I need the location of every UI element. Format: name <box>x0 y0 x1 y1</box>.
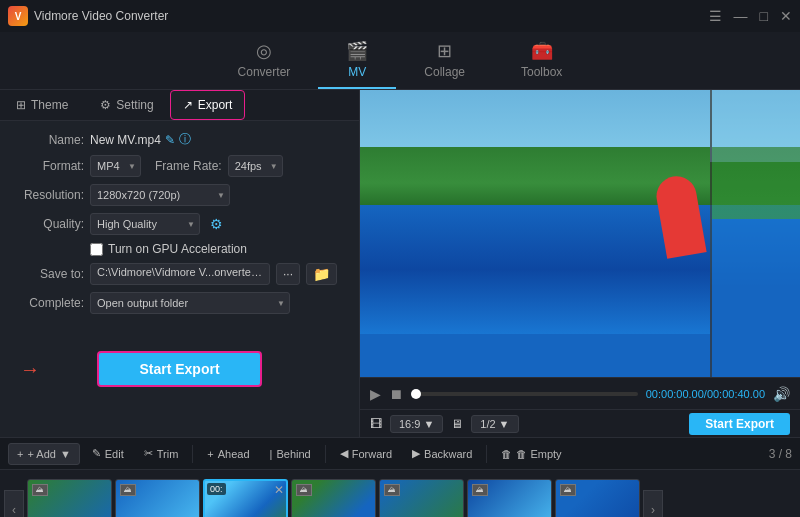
tab-converter-label: Converter <box>238 65 291 79</box>
gpu-row: Turn on GPU Acceleration <box>12 242 347 256</box>
progress-dot <box>411 389 421 399</box>
info-icon[interactable]: ⓘ <box>179 131 191 148</box>
converter-icon: ◎ <box>256 40 272 62</box>
resolution-select[interactable]: 1280x720 (720p) <box>90 184 230 206</box>
left-panel: ⊞ Theme ⚙ Setting ↗ Export Name: New MV.… <box>0 90 360 437</box>
timeline-next-btn[interactable]: › <box>643 490 663 518</box>
scale-chevron-icon: ▼ <box>499 418 510 430</box>
progress-bar[interactable] <box>411 392 638 396</box>
preview-area <box>360 90 800 377</box>
tab-mv[interactable]: 🎬 MV <box>318 32 396 89</box>
subnav-export[interactable]: ↗ Export <box>170 90 246 120</box>
edit-label: Edit <box>105 448 124 460</box>
trim-button[interactable]: ✂ Trim <box>136 443 187 464</box>
title-bar-controls[interactable]: ☰ — □ ✕ <box>709 8 792 24</box>
framerate-select[interactable]: 24fps <box>228 155 283 177</box>
timeline-clip-4[interactable] <box>291 479 376 518</box>
ahead-button[interactable]: + Ahead <box>199 444 257 464</box>
tab-collage[interactable]: ⊞ Collage <box>396 32 493 89</box>
save-path: C:\Vidmore\Vidmore V...onverter\MV Expor… <box>90 263 270 285</box>
framerate-select-wrapper: 24fps <box>228 155 283 177</box>
theme-grid-icon: ⊞ <box>16 98 26 112</box>
minimize-btn[interactable]: — <box>734 8 748 24</box>
format-select-wrapper: MP4 <box>90 155 141 177</box>
clip-3-delete-icon[interactable]: ✕ <box>274 483 284 497</box>
trash-icon: 🗑 <box>501 448 512 460</box>
subnav-setting[interactable]: ⚙ Setting <box>84 90 169 120</box>
collage-icon: ⊞ <box>437 40 452 62</box>
subnav-export-label: Export <box>198 98 233 112</box>
stop-button[interactable]: ⏹ <box>389 386 403 402</box>
quality-select[interactable]: High Quality <box>90 213 200 235</box>
divider-2 <box>325 445 326 463</box>
backward-button[interactable]: ▶ Backward <box>404 443 480 464</box>
volume-icon[interactable]: 🔊 <box>773 386 790 402</box>
close-btn[interactable]: ✕ <box>780 8 792 24</box>
clip-1-thumb-icon <box>32 484 48 496</box>
app-title: Vidmore Video Converter <box>34 9 168 23</box>
quality-gear-icon[interactable]: ⚙ <box>210 216 223 232</box>
clip-6-thumb-icon <box>472 484 488 496</box>
aspect-ratio-label: 16:9 <box>399 418 420 430</box>
timeline-clip-6[interactable] <box>467 479 552 518</box>
complete-row: Complete: Open output folder <box>12 292 347 314</box>
edit-icon[interactable]: ✎ <box>165 133 175 147</box>
clip-4-thumb-icon <box>296 484 312 496</box>
saveto-label: Save to: <box>12 267 84 281</box>
name-text: New MV.mp4 <box>90 133 161 147</box>
gpu-label: Turn on GPU Acceleration <box>108 242 247 256</box>
edit-button[interactable]: ✎ Edit <box>84 443 132 464</box>
scale-controls: 🎞 16:9 ▼ 🖥 1/2 ▼ Start Export <box>360 409 800 437</box>
tab-mv-label: MV <box>348 65 366 79</box>
add-button[interactable]: + + Add ▼ <box>8 443 80 465</box>
browse-dots-btn[interactable]: ··· <box>276 263 300 285</box>
aspect-ratio-btn[interactable]: 16:9 ▼ <box>390 415 443 433</box>
tab-toolbox[interactable]: 🧰 Toolbox <box>493 32 590 89</box>
play-button[interactable]: ▶ <box>370 386 381 402</box>
bottom-toolbar: + + Add ▼ ✎ Edit ✂ Trim + Ahead | Behind… <box>0 437 800 469</box>
add-icon: + <box>17 448 23 460</box>
right-start-export-button[interactable]: Start Export <box>689 413 790 435</box>
scale-btn[interactable]: 1/2 ▼ <box>471 415 518 433</box>
divider-3 <box>486 445 487 463</box>
forward-button[interactable]: ◀ Forward <box>332 443 400 464</box>
mv-icon: 🎬 <box>346 40 368 62</box>
quality-row: Quality: High Quality ⚙ <box>12 213 347 235</box>
behind-icon: | <box>270 448 273 460</box>
open-folder-btn[interactable]: 📁 <box>306 263 337 285</box>
gpu-checkbox[interactable] <box>90 243 103 256</box>
side-thumbnail <box>710 90 800 377</box>
export-arrow-icon: ↗ <box>183 98 193 112</box>
timeline-clip-5[interactable] <box>379 479 464 518</box>
resolution-row: Resolution: 1280x720 (720p) <box>12 184 347 206</box>
clip-2-thumb-icon <box>120 484 136 496</box>
tab-toolbox-label: Toolbox <box>521 65 562 79</box>
resolution-select-wrapper: 1280x720 (720p) <box>90 184 230 206</box>
format-row: Format: MP4 Frame Rate: 24fps <box>12 155 347 177</box>
behind-button[interactable]: | Behind <box>262 444 319 464</box>
start-export-button[interactable]: Start Export <box>97 351 261 387</box>
timeline-clip-1[interactable] <box>27 479 112 518</box>
complete-select[interactable]: Open output folder <box>90 292 290 314</box>
tab-converter[interactable]: ◎ Converter <box>210 32 319 89</box>
aspect-chevron-icon: ▼ <box>423 418 434 430</box>
menu-icon[interactable]: ☰ <box>709 8 722 24</box>
backward-label: Backward <box>424 448 472 460</box>
divider-1 <box>192 445 193 463</box>
name-label: Name: <box>12 133 84 147</box>
empty-label: 🗑 Empty <box>516 448 561 460</box>
timeline-clip-7[interactable] <box>555 479 640 518</box>
complete-select-wrapper: Open output folder <box>90 292 290 314</box>
maximize-btn[interactable]: □ <box>760 8 768 24</box>
framerate-label: Frame Rate: <box>155 159 222 173</box>
empty-button[interactable]: 🗑 🗑 Empty <box>493 444 569 464</box>
timeline-clip-3[interactable]: 00: ✕ ▶ ⊹ ⏰ <box>203 479 288 518</box>
subnav-theme[interactable]: ⊞ Theme <box>0 90 84 120</box>
sub-nav: ⊞ Theme ⚙ Setting ↗ Export <box>0 90 359 121</box>
title-bar-left: V Vidmore Video Converter <box>8 6 168 26</box>
add-chevron-icon: ▼ <box>60 448 71 460</box>
timeline-prev-btn[interactable]: ‹ <box>4 490 24 518</box>
timeline-clip-2[interactable] <box>115 479 200 518</box>
format-select[interactable]: MP4 <box>90 155 141 177</box>
format-label: Format: <box>12 159 84 173</box>
